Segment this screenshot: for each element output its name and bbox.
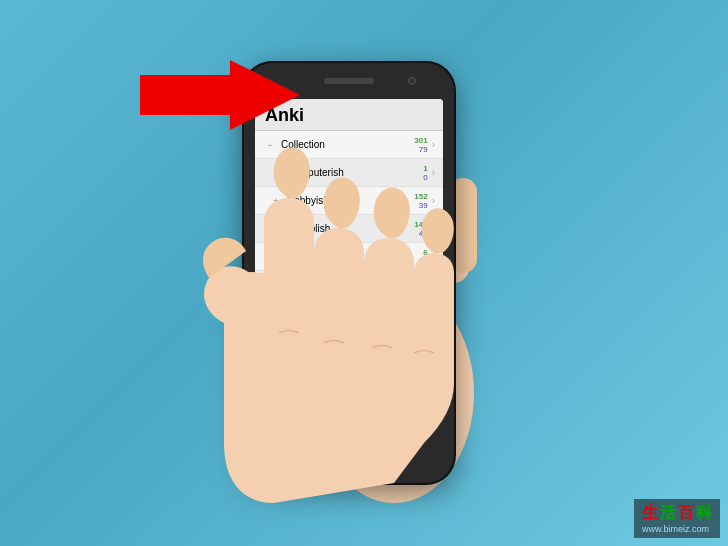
wm-char-4: 科 (696, 503, 712, 524)
watermark-url: www.bimeiz.com (642, 524, 712, 534)
watermark: 生 活 百 科 www.bimeiz.com (634, 499, 720, 538)
wm-char-2: 活 (660, 503, 676, 524)
wm-char-3: 百 (678, 503, 694, 524)
wm-char-1: 生 (642, 503, 658, 524)
arrow-indicator (140, 60, 300, 130)
watermark-chinese: 生 活 百 科 (642, 503, 712, 524)
svg-marker-1 (140, 60, 300, 130)
